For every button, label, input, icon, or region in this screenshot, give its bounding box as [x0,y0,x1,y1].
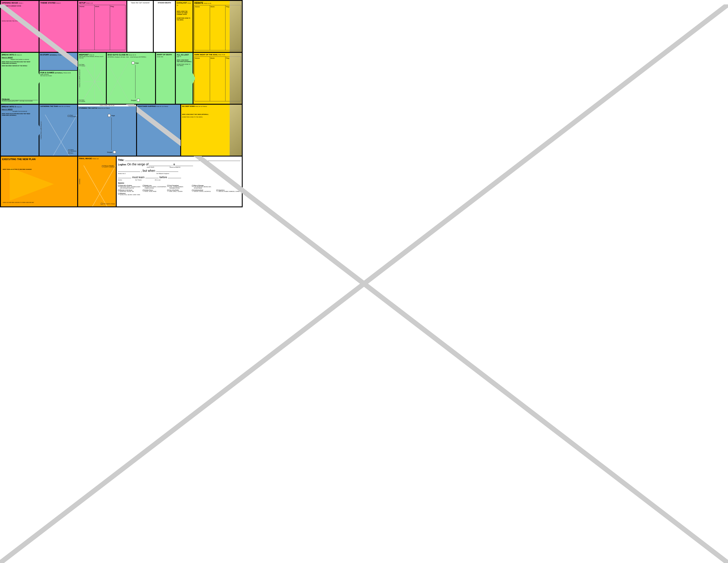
debate-home-col: Home [194,5,210,50]
setup-title: SETUP [79,2,86,4]
opening-image-title: OPENING IMAGE [2,2,18,4]
heros-want-label: Hero's WANT [2,56,13,59]
svg-marker-10 [10,167,54,201]
svg-line-12 [84,165,116,207]
dark-night-work-col: Work [210,56,225,101]
statue-image-2 [230,53,242,104]
heros-need-label: Hero's NEED [2,108,13,111]
break-into-2: BREAK INTO 2 page 25 Hero's WANT Tangibl… [0,52,39,104]
svg-line-11 [84,165,116,207]
dark-night-home-col: Home [194,56,210,101]
opening-image-page: page 1 [19,2,23,4]
final-image: FINAL IMAGE page 110 Hero is changed(HAP… [78,156,116,207]
bad-guys-title: BAD GUYS CLOSE IN [108,54,128,56]
catalyst-title: CATALYST [177,2,187,4]
break-into-3-title: BREAK INTO 3 [2,105,16,108]
save-cat-title: "Save the Cat" moment! [128,2,152,4]
stasis-death-title: STASIS=DEATH [155,2,174,4]
executing-new-plan: EXECUTING THE NEW PLAN HERO TAKES AN ACT… [0,156,78,207]
theme-stated-title: THEME STATED [40,2,56,4]
stasis-death: STASIS=DEATH [153,0,175,52]
gathering-team: GATHERING THE TEAM page 85-110 FINALE Te… [39,104,78,156]
break-into-2-title: BREAK INTO 2 [2,54,16,56]
break-into-3: BREAK INTO 3 page 85 Hero's NEED Intangi… [0,104,39,156]
dig-deep-down: DIG DEEP DOWN page 85-110 FINALE HERO LO… [181,104,242,156]
bad-guys-close-in: BAD GUYS CLOSE IN page 55-75 (INTERNAL) … [106,52,156,104]
catalyst: CATALYST page 12 HERO LOSES THE SAFETY O… [175,0,193,52]
all-is-lost: ALL IS LOST page 75 HERO LOSES WHAT THEY… [175,52,193,104]
dark-night-soul: DARK NIGHT OF THE SOUL page 75-85 Home W… [193,52,242,104]
midpoint: MIDPOINT page 55 public display of hero … [78,52,106,104]
debate-title: DEBATE [194,2,203,4]
statue-image-1 [230,1,242,52]
storming-castle: STORMING THE CASTLE page 85-110 FINALE H… [78,106,137,156]
debate-work-col: Work [210,5,225,50]
midpoint-title: MIDPOINT [79,54,89,56]
debate: DEBATE page 12-25 Home Work Play [193,0,242,52]
statue-image-3 [230,105,242,156]
